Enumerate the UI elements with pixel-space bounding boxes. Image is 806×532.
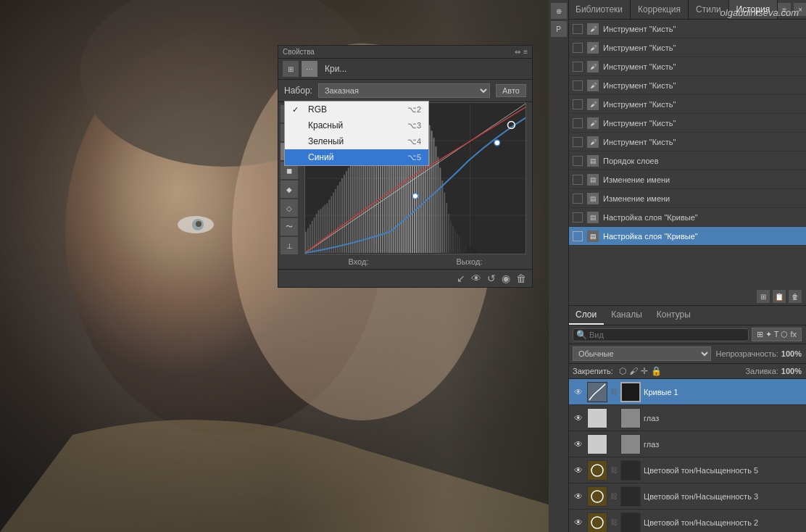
layer-item-glaz1[interactable]: 👁 глаз xyxy=(568,405,806,431)
svg-rect-38 xyxy=(344,175,345,253)
history-checkbox[interactable] xyxy=(573,118,583,128)
svg-rect-12 xyxy=(588,513,607,532)
channel-item-rgb[interactable]: ✓ RGB ⌥2 xyxy=(285,101,428,117)
curves-smooth-tool[interactable]: 〜 xyxy=(281,218,298,236)
channel-item-blue[interactable]: Синий ⌥5 xyxy=(285,149,428,165)
svg-rect-42 xyxy=(352,160,354,252)
history-checkbox[interactable] xyxy=(573,80,583,91)
layers-icon-btn-1[interactable]: ⊞ xyxy=(757,290,770,303)
history-item[interactable]: ▤ Порядок слоев xyxy=(568,151,806,170)
tool-move[interactable]: ⊕ xyxy=(551,3,567,19)
layer-item-glaz2[interactable]: 👁 глаз xyxy=(568,431,806,457)
channel-name-blue: Синий xyxy=(308,152,402,162)
fill-label: Заливка: xyxy=(745,367,778,375)
curves-title: Кри... xyxy=(325,64,346,74)
channel-item-green[interactable]: Зеленый ⌥4 xyxy=(285,133,428,149)
svg-rect-86 xyxy=(446,203,447,253)
channel-item-red[interactable]: Красный ⌥3 xyxy=(285,117,428,133)
svg-rect-98 xyxy=(471,249,473,253)
svg-rect-27 xyxy=(320,209,322,253)
history-item[interactable]: ▤ Изменение имени xyxy=(568,189,806,208)
layers-icon-btn-3[interactable]: 🗑 xyxy=(789,290,802,303)
layers-kind-toolbar: 🔍 ⊞ ✦ T ⬡ fx xyxy=(568,325,806,344)
layer-name-glaz1: глаз xyxy=(644,414,802,423)
lock-move-icon[interactable]: ✛ xyxy=(641,366,648,376)
lock-paint-icon[interactable]: 🖌 xyxy=(629,366,638,376)
history-item[interactable]: 🖌 Инструмент "Кисть" xyxy=(568,95,806,114)
layer-thumbnail-curves1 xyxy=(587,382,607,402)
preset-select[interactable]: Заказная xyxy=(318,83,490,98)
history-item-label: Инструмент "Кисть" xyxy=(603,25,676,33)
curves-delete-btn[interactable]: 🗑 xyxy=(516,273,526,284)
layer-item-curves1[interactable]: 👁 ⛓ Кривые 1 xyxy=(568,379,806,405)
history-checkbox[interactable] xyxy=(573,99,583,109)
history-item[interactable]: 🖌 Инструмент "Кисть" xyxy=(568,38,806,57)
curves-visibility-btn[interactable]: ◉ xyxy=(502,273,510,284)
tab-kanaly[interactable]: Каналы xyxy=(604,306,649,325)
svg-rect-43 xyxy=(354,157,356,253)
channel-shortcut-rgb: ⌥2 xyxy=(407,105,421,115)
tab-korrekciya[interactable]: Коррекция xyxy=(631,0,689,19)
history-item[interactable]: 🖌 Инструмент "Кисть" xyxy=(568,57,806,76)
layer-visibility-eye[interactable]: 👁 xyxy=(573,439,584,450)
lock-transparent-icon[interactable]: ⬡ xyxy=(619,366,626,376)
curves-menu-icon[interactable]: ≡ xyxy=(523,48,528,56)
history-checkbox[interactable] xyxy=(573,194,583,204)
history-checkbox[interactable] xyxy=(573,156,583,166)
tab-kontury[interactable]: Контуры xyxy=(649,306,698,325)
history-item[interactable]: ▤ Изменение имени xyxy=(568,170,806,189)
history-item[interactable]: 🖌 Инструмент "Кисть" xyxy=(568,20,806,38)
layer-visibility-eye[interactable]: 👁 xyxy=(573,491,584,502)
tab-sloi[interactable]: Слои xyxy=(568,306,604,325)
fill-row: Заливка: 100% xyxy=(745,367,802,375)
history-checkbox[interactable] xyxy=(573,212,583,223)
blend-mode-select[interactable]: Обычные xyxy=(573,346,711,361)
curves-clip-btn[interactable]: ↙ xyxy=(457,273,465,284)
layer-visibility-eye[interactable]: 👁 xyxy=(573,465,584,476)
layers-kind-icons[interactable]: ⊞ ✦ T ⬡ fx xyxy=(752,328,802,341)
layer-rename-icon: ▤ xyxy=(587,174,599,186)
curves-expand-icon[interactable]: ⇔ xyxy=(515,48,520,56)
svg-rect-28 xyxy=(323,207,324,253)
history-item[interactable]: 🖌 Инструмент "Кисть" xyxy=(568,133,806,151)
curves-tab-icon-1[interactable]: ⊞ xyxy=(283,61,299,77)
curves-sample-highlight[interactable]: ◇ xyxy=(281,199,298,217)
history-item[interactable]: 🖌 Инструмент "Кисть" xyxy=(568,76,806,95)
history-checkbox[interactable] xyxy=(573,43,583,53)
history-checkbox[interactable] xyxy=(573,137,583,147)
curves-sample-midtone[interactable]: ◆ xyxy=(281,180,298,198)
tool-brush[interactable]: P xyxy=(551,21,567,37)
history-checkbox[interactable] xyxy=(573,175,583,185)
history-item[interactable]: ▤ Настройка слоя "Кривые" xyxy=(568,208,806,227)
layer-item-hue3[interactable]: 👁 ⛓ Цветовой тон/Насыщенность 3 xyxy=(568,483,806,510)
layer-item-hue2[interactable]: 👁 ⛓ Цветовой тон/Насыщенность 2 xyxy=(568,510,806,532)
history-item-active[interactable]: ▤ Настройка слоя "Кривые" xyxy=(568,227,806,246)
auto-button[interactable]: Авто xyxy=(496,84,526,97)
svg-point-5 xyxy=(196,221,202,227)
layer-visibility-eye[interactable]: 👁 xyxy=(573,412,584,424)
curves-eye-btn[interactable]: 👁 xyxy=(471,273,481,284)
svg-rect-88 xyxy=(450,221,452,253)
tab-biblioteki[interactable]: Библиотеки xyxy=(568,0,631,19)
curves-clipping-icon[interactable]: ⊥ xyxy=(281,237,298,254)
curves-tab-icon-2[interactable]: ⋯ xyxy=(302,61,317,77)
svg-rect-10 xyxy=(588,487,607,506)
svg-rect-84 xyxy=(441,180,443,253)
svg-rect-41 xyxy=(350,164,352,253)
history-item[interactable]: 🖌 Инструмент "Кисть" xyxy=(568,114,806,133)
svg-rect-24 xyxy=(314,217,315,253)
lock-all-icon[interactable]: 🔒 xyxy=(651,366,662,376)
curves-reset-btn[interactable]: ↺ xyxy=(487,273,496,284)
layer-visibility-eye[interactable]: 👁 xyxy=(573,386,584,398)
preset-label: Набор: xyxy=(284,86,312,96)
channel-check: ✓ xyxy=(292,105,302,115)
layer-visibility-eye[interactable]: 👁 xyxy=(573,517,584,528)
history-checkbox[interactable] xyxy=(573,24,583,34)
curves-input-output: Вход: Выход: xyxy=(304,254,526,269)
layers-search-input[interactable] xyxy=(589,331,633,339)
history-checkbox-active[interactable] xyxy=(573,231,583,241)
history-checkbox[interactable] xyxy=(573,62,583,72)
layers-icon-btn-2[interactable]: 📋 xyxy=(773,290,786,303)
layer-mask-thumbnail xyxy=(620,486,641,507)
layer-item-hue5[interactable]: 👁 ⛓ Цветовой тон/Насыщенность 5 xyxy=(568,457,806,483)
